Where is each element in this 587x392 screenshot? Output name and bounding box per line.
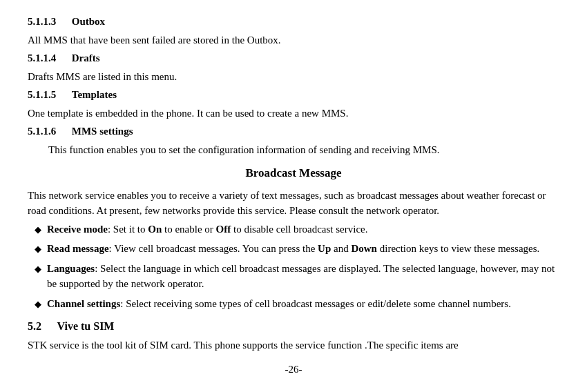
bullet-bold1-1: On xyxy=(148,224,162,235)
section-5116-number: 5.1.1.6 xyxy=(28,126,56,137)
bullet-colon-2: : View cell broadcast messages. You can … xyxy=(109,243,318,254)
bullet-diamond-2: ◆ xyxy=(35,242,47,256)
section-5113-title: Outbox xyxy=(72,16,105,27)
broadcast-intro: This network service enables you to rece… xyxy=(28,188,559,219)
section-5113-number: 5.1.1.3 xyxy=(28,16,56,27)
section-5116-line: 5.1.1.6 MMS settings xyxy=(28,124,559,139)
bullet-text-4: Channel settings: Select receiving some … xyxy=(47,296,559,312)
section-52: 5.2 Vive tu SIM STK service is the tool … xyxy=(28,318,559,353)
bullet-read-message: ◆ Read message: View cell broadcast mess… xyxy=(35,241,559,257)
bullet-diamond-3: ◆ xyxy=(35,262,47,276)
section-5113-body: All MMS that have been sent failed are s… xyxy=(28,32,559,48)
bullet-diamond-1: ◆ xyxy=(35,223,47,237)
bullet-text-1: Receive mode: Set it to On to enable or … xyxy=(47,222,559,237)
bullet-text-2: Read message: View cell broadcast messag… xyxy=(47,241,559,257)
bullet-colon-3: : Select the language in which cell broa… xyxy=(47,263,555,290)
section-5114-line: 5.1.1.4 Drafts xyxy=(28,50,559,66)
bullet-bold2-2: Down xyxy=(351,243,377,254)
bullet-channel-settings: ◆ Channel settings: Select receiving som… xyxy=(35,296,559,312)
bullet-mid1-2: and xyxy=(331,243,351,254)
broadcast-bullets: ◆ Receive mode: Set it to On to enable o… xyxy=(35,222,559,312)
bullet-diamond-4: ◆ xyxy=(35,297,47,311)
section-52-line: 5.2 Vive tu SIM xyxy=(28,318,559,335)
bullet-label-1: Receive mode xyxy=(47,224,108,235)
section-5113-line: 5.1.1.3 Outbox xyxy=(28,14,559,30)
bullet-rest-1: to disable cell broadcast service. xyxy=(231,224,367,235)
section-5115-line: 5.1.1.5 Templates xyxy=(28,87,559,103)
bullet-text-3: Languages: Select the language in which … xyxy=(47,261,559,292)
broadcast-title: Broadcast Message xyxy=(28,164,559,182)
section-5115-title: Templates xyxy=(72,89,117,100)
section-5115-number: 5.1.1.5 xyxy=(28,89,56,100)
section-52-number: 5.2 xyxy=(28,320,41,332)
bullet-languages: ◆ Languages: Select the language in whic… xyxy=(35,261,559,292)
section-52-title: Vive tu SIM xyxy=(57,320,115,332)
bullet-rest-2: direction keys to view these messages. xyxy=(377,243,539,254)
bullet-colon-4: : Select receiving some types of cell br… xyxy=(120,298,511,309)
bullet-label-2: Read message xyxy=(47,243,109,254)
bullet-receive-mode: ◆ Receive mode: Set it to On to enable o… xyxy=(35,222,559,237)
page-number: -26- xyxy=(28,362,559,378)
section-52-body: STK service is the tool kit of SIM card.… xyxy=(28,337,559,353)
bullet-mid1-1: to enable or xyxy=(162,224,215,235)
section-5114-body: Drafts MMS are listed in this menu. xyxy=(28,69,559,85)
bullet-colon-1: : Set it to xyxy=(108,224,148,235)
bullet-bold2-1: Off xyxy=(216,224,231,235)
section-5116-title: MMS settings xyxy=(72,126,133,137)
section-5116-body: This function enables you to set the con… xyxy=(48,142,559,158)
section-5114-title: Drafts xyxy=(72,52,100,63)
section-5115-body: One template is embedded in the phone. I… xyxy=(28,106,559,121)
bullet-label-3: Languages xyxy=(47,263,95,274)
section-5114-number: 5.1.1.4 xyxy=(28,52,56,63)
bullet-label-4: Channel settings xyxy=(47,298,120,309)
bullet-bold1-2: Up xyxy=(318,243,331,254)
